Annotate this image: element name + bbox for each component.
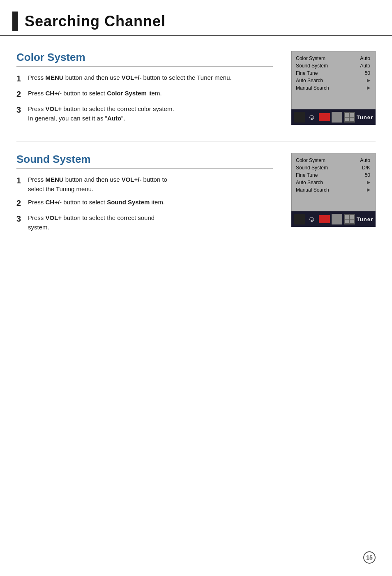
tv-icon-person: ☺ [307, 112, 318, 123]
section-sound-system-content: Sound System 1 Press MENU button and the… [16, 153, 285, 236]
menu-arrow: ▶ [367, 180, 370, 185]
menu-row-auto-2: Auto Search ▶ [296, 180, 370, 185]
tv-icon-black [294, 214, 305, 224]
page-title: Searching Channel [25, 13, 166, 30]
tv-icon-gray [332, 112, 343, 123]
menu-label: Fine Tune [296, 70, 318, 76]
tv-icon-red [319, 113, 330, 121]
menu-label: Auto Search [296, 180, 323, 185]
menu-row-manual-2: Manual Search ▶ [296, 187, 370, 193]
menu-value: 50 [365, 70, 370, 76]
bold-auto: Auto [107, 115, 121, 122]
section-divider [16, 141, 376, 141]
bold-vol-plus: VOL+ [46, 214, 62, 221]
menu-row-color: Color System Auto [296, 56, 370, 61]
step-2-1: 1 Press MENU button and then use VOL+/- … [16, 175, 273, 194]
menu-arrow: ▶ [367, 187, 370, 193]
tv-bottom-bar-1: ☺ Tuner [291, 109, 376, 125]
step-num: 2 [16, 88, 25, 100]
tv-icon-red [319, 215, 330, 223]
menu-row-fine: Fine Tune 50 [296, 70, 370, 76]
menu-box-1: Color System Auto Sound System Auto Fine… [291, 51, 376, 109]
bold-sound-system: Sound System [107, 199, 150, 206]
menu-box-2: Color System Auto Sound System D/K Fine … [291, 153, 376, 211]
menu-value: Auto [360, 56, 370, 61]
step-text: Press CH+/- button to select Color Syste… [28, 89, 273, 98]
menu-row-color-2: Color System Auto [296, 157, 370, 163]
step-num: 1 [16, 72, 25, 85]
step-1-1: 1 Press MENU button and then use VOL+/- … [16, 73, 273, 85]
step-num: 1 [16, 174, 25, 187]
tv-tuner-label-1: Tuner [357, 114, 373, 120]
menu-value: Auto [360, 63, 370, 69]
section-color-system-content: Color System 1 Press MENU button and the… [16, 51, 285, 127]
bold-vol: VOL+/- [122, 176, 142, 183]
page-header: Searching Channel [0, 0, 392, 36]
tv-tuner-label-2: Tuner [357, 216, 373, 222]
menu-label: Color System [296, 157, 325, 163]
menu-label: Sound System [296, 63, 328, 69]
bold-ch: CH+/- [46, 199, 62, 206]
menu-arrow: ▶ [367, 78, 370, 83]
step-text: Press VOL+ button to select the correct … [28, 104, 273, 123]
bold-color-system: Color System [107, 90, 147, 97]
menu-row-sound-2: Sound System D/K [296, 165, 370, 171]
menu-label: Color System [296, 56, 325, 61]
section-color-system: Color System 1 Press MENU button and the… [0, 44, 392, 137]
header-accent [12, 12, 18, 31]
step-text: Press CH+/- button to select Sound Syste… [28, 198, 273, 207]
tv-icon-grid [344, 214, 355, 224]
color-system-title: Color System [16, 51, 273, 67]
tv-icon-gray [332, 214, 343, 224]
menu-label: Manual Search [296, 85, 329, 91]
menu-value: D/K [362, 165, 370, 171]
step-2-3: 3 Press VOL+ button to select the correc… [16, 213, 273, 232]
menu-row-fine-2: Fine Tune 50 [296, 172, 370, 178]
sound-system-steps: 1 Press MENU button and then use VOL+/- … [16, 175, 273, 232]
tv-icon-grid [344, 112, 355, 123]
color-system-steps: 1 Press MENU button and then use VOL+/- … [16, 73, 273, 123]
menu-row-sound: Sound System Auto [296, 63, 370, 69]
step-num: 3 [16, 104, 25, 116]
step-text: Press VOL+ button to select the correct … [28, 213, 273, 232]
menu-label: Auto Search [296, 78, 323, 83]
bold-menu: MENU [46, 74, 64, 81]
tv-icon-black [294, 112, 305, 123]
step-text: Press MENU button and then use VOL+/- bu… [28, 73, 273, 83]
menu-row-manual: Manual Search ▶ [296, 85, 370, 91]
tv-icon-person: ☺ [307, 214, 318, 224]
step-1-3: 3 Press VOL+ button to select the correc… [16, 104, 273, 123]
menu-row-auto: Auto Search ▶ [296, 78, 370, 83]
bold-vol-plus: VOL+ [46, 105, 62, 112]
menu-value: 50 [365, 172, 370, 178]
tv-panel-1: Color System Auto Sound System Auto Fine… [285, 51, 376, 127]
step-1-2: 2 Press CH+/- button to select Color Sys… [16, 89, 273, 100]
menu-arrow: ▶ [367, 85, 370, 91]
page-number: 15 [363, 551, 376, 564]
sound-system-title: Sound System [16, 153, 273, 169]
step-text: Press MENU button and then use VOL+/- bu… [28, 175, 273, 194]
menu-label: Fine Tune [296, 172, 318, 178]
menu-value: Auto [360, 157, 370, 163]
bold-ch: CH+/- [46, 90, 62, 97]
tv-panel-2: Color System Auto Sound System D/K Fine … [285, 153, 376, 236]
menu-label: Sound System [296, 165, 328, 171]
bold-menu: MENU [46, 176, 64, 183]
menu-label: Manual Search [296, 187, 329, 193]
tv-bottom-bar-2: ☺ Tuner [291, 211, 376, 227]
step-num: 3 [16, 213, 25, 225]
step-2-2: 2 Press CH+/- button to select Sound Sys… [16, 198, 273, 209]
step-num: 2 [16, 197, 25, 209]
section-sound-system: Sound System 1 Press MENU button and the… [0, 146, 392, 246]
bold-vol: VOL+/- [122, 74, 142, 81]
